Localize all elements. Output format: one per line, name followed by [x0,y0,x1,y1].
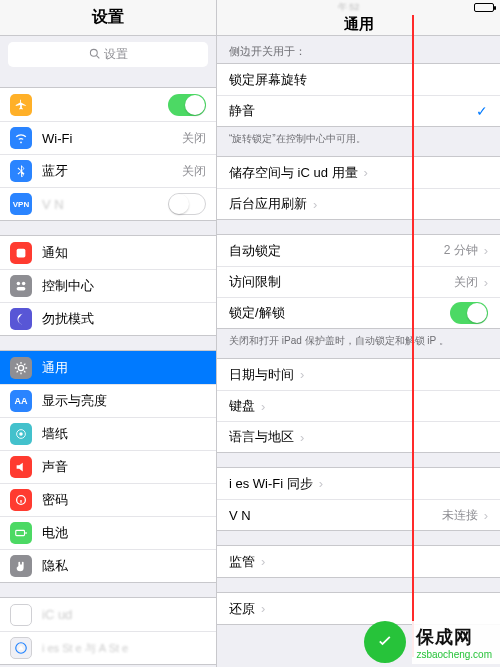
group-sync: i es Wi-Fi 同步 › V N 未连接 › [217,467,500,531]
bell-icon [10,242,32,264]
sidebar-item-label: iC ud [42,607,72,622]
sidebar-item-label: 密码 [42,491,68,509]
sidebar-item-label: 隐私 [42,557,68,575]
row-label: 静音 [229,102,255,120]
settings-sidebar: 设置 设置 Wi-Fi 关闭 [0,0,217,667]
chevron-right-icon: › [300,430,304,445]
search-placeholder: 设置 [104,46,128,63]
battery-icon [10,522,32,544]
detail-pane: 午 52 通用 侧边开关用于： 锁定屏幕旋转 静音 ✓ “旋转锁定”在控制中心中… [217,0,500,667]
chevron-right-icon: › [319,476,323,491]
row-datetime[interactable]: 日期与时间 › [217,359,500,390]
row-lockunlock[interactable]: 锁定/解锁 [217,297,500,328]
sidebar-item-passcode[interactable]: 密码 [0,483,216,516]
sidebar-item-vpn[interactable]: VPN V N [0,187,216,220]
row-restrictions[interactable]: 访问限制 关闭 › [217,266,500,297]
sidebar-item-wallpaper[interactable]: 墙纸 [0,417,216,450]
row-keyboard[interactable]: 键盘 › [217,390,500,421]
sidebar-item-bluetooth[interactable]: 蓝牙 关闭 [0,154,216,187]
sidebar-item-sound[interactable]: 声音 [0,450,216,483]
row-vpn2[interactable]: V N 未连接 › [217,499,500,530]
sidebar-item-controlcenter[interactable]: 控制中心 [0,269,216,302]
sidebar-item-appstore[interactable]: i es St e 与 A St e [0,631,216,664]
wifi-value: 关闭 [182,130,206,147]
detail-scroll[interactable]: 侧边开关用于： 锁定屏幕旋转 静音 ✓ “旋转锁定”在控制中心中可用。 储存空间… [217,36,500,667]
svg-point-0 [90,49,97,56]
appstore-icon [10,637,32,659]
lockunlock-toggle[interactable] [450,302,488,324]
row-label: 还原 [229,600,255,618]
chevron-right-icon: › [364,165,368,180]
hand-icon [10,555,32,577]
wifi-icon [10,127,32,149]
check-icon: ✓ [476,103,488,119]
row-label: 自动锁定 [229,242,281,260]
sidebar-scroll[interactable]: Wi-Fi 关闭 蓝牙 关闭 VPN V N 通知 [0,73,216,667]
group-side-switch: 锁定屏幕旋转 静音 ✓ [217,63,500,127]
sidebar-item-dnd[interactable]: 勿扰模式 [0,302,216,335]
search-input[interactable]: 设置 [8,42,208,67]
row-refresh[interactable]: 后台应用刷新 › [217,188,500,219]
row-label: 锁定屏幕旋转 [229,71,307,89]
svg-rect-5 [17,287,26,291]
row-language[interactable]: 语言与地区 › [217,421,500,452]
chevron-right-icon: › [484,508,488,523]
svg-point-6 [18,365,23,370]
row-label: V N [229,508,251,523]
cloud-icon [10,604,32,626]
row-label: 储存空间与 iC ud 用量 [229,164,358,182]
svg-line-1 [96,55,99,58]
sidebar-title: 设置 [0,0,216,36]
restrictions-value: 关闭 [454,274,478,291]
row-lock-rotation[interactable]: 锁定屏幕旋转 [217,64,500,95]
svg-rect-10 [16,530,25,535]
sidebar-item-display[interactable]: AA 显示与亮度 [0,384,216,417]
row-label: 监管 [229,553,255,571]
row-itunes-wifi[interactable]: i es Wi-Fi 同步 › [217,468,500,499]
vpn2-value: 未连接 [442,507,478,524]
sidebar-item-wifi[interactable]: Wi-Fi 关闭 [0,121,216,154]
sidebar-item-label: 电池 [42,524,68,542]
row-label: 后台应用刷新 [229,195,307,213]
row-label: 访问限制 [229,273,281,291]
sidebar-item-airplane[interactable] [0,88,216,121]
sidebar-item-privacy[interactable]: 隐私 [0,549,216,582]
airplane-icon [10,94,32,116]
display-icon: AA [10,390,32,412]
row-storage[interactable]: 储存空间与 iC ud 用量 › [217,157,500,188]
search-wrap: 设置 [0,36,216,73]
wallpaper-icon [10,423,32,445]
vpn-toggle[interactable] [168,193,206,215]
sidebar-item-label: i es St e 与 A St e [42,641,128,656]
airplane-toggle[interactable] [168,94,206,116]
sidebar-item-battery[interactable]: 电池 [0,516,216,549]
row-label: 日期与时间 [229,366,294,384]
rotation-note: “旋转锁定”在控制中心中可用。 [217,127,500,146]
side-switch-caption: 侧边开关用于： [217,36,500,63]
row-label: 键盘 [229,397,255,415]
sidebar-item-general[interactable]: 通用 [0,351,216,384]
detail-title: 通用 [217,14,500,36]
sidebar-item-label: 墙纸 [42,425,68,443]
svg-rect-11 [25,532,26,534]
control-center-icon [10,275,32,297]
bluetooth-value: 关闭 [182,163,206,180]
sidebar-item-label: 勿扰模式 [42,310,94,328]
sidebar-item-label: 通用 [42,359,68,377]
sidebar-group-notify: 通知 控制中心 勿扰模式 [0,235,216,336]
row-mute[interactable]: 静音 ✓ [217,95,500,126]
group-lock: 自动锁定 2 分钟 › 访问限制 关闭 › 锁定/解锁 [217,234,500,329]
row-supervision[interactable]: 监管 › [217,546,500,577]
status-bar: 午 52 [217,0,500,14]
sidebar-item-label: 蓝牙 [42,162,68,180]
chevron-right-icon: › [300,367,304,382]
sidebar-item-label: 显示与亮度 [42,392,107,410]
sidebar-item-notifications[interactable]: 通知 [0,236,216,269]
row-autolock[interactable]: 自动锁定 2 分钟 › [217,235,500,266]
sidebar-item-icloud[interactable]: iC ud [0,598,216,631]
svg-point-3 [17,282,21,286]
svg-rect-2 [17,248,26,257]
sidebar-item-label: 声音 [42,458,68,476]
row-reset[interactable]: 还原 › [217,593,500,624]
sidebar-group-account: iC ud i es St e 与 A St e [0,597,216,665]
